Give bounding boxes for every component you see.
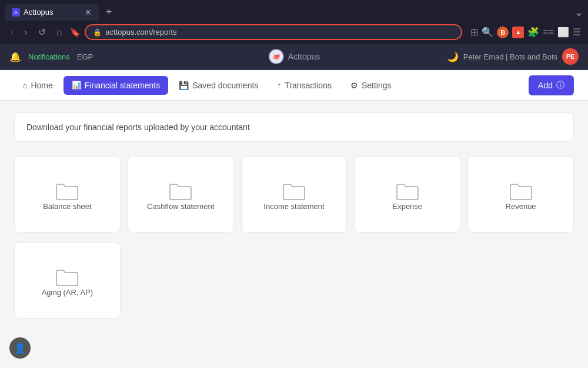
- folder-icon-expense: [396, 181, 419, 202]
- saved-nav-icon: 💾: [179, 81, 189, 90]
- notification-bell-icon[interactable]: 🔔: [9, 51, 21, 62]
- page-content: Download your financial reports uploaded…: [0, 101, 588, 330]
- card-label-revenue: Revenue: [506, 202, 536, 211]
- add-button[interactable]: Add ⓘ: [529, 75, 574, 95]
- transactions-nav-icon: ↑: [277, 81, 281, 90]
- grid-icon[interactable]: ⊞: [470, 26, 478, 38]
- card-income-statement[interactable]: Income statement: [241, 156, 348, 233]
- tab-close-button[interactable]: ✕: [85, 8, 92, 17]
- address-bar[interactable]: 🔒 acttopus.com/reports: [85, 24, 462, 40]
- download-banner-text: Download your financial reports uploaded…: [26, 122, 250, 132]
- brand-name: Acttopus: [288, 52, 320, 61]
- nav-item-saved-documents[interactable]: 💾 Saved documents: [171, 76, 266, 95]
- new-tab-button[interactable]: +: [101, 4, 117, 21]
- brave-icon[interactable]: B: [497, 26, 509, 38]
- tab-favicon: A: [12, 8, 20, 16]
- nav-settings-label: Settings: [362, 81, 392, 90]
- financial-nav-icon: 📊: [72, 81, 81, 89]
- add-button-icon: ⓘ: [556, 80, 564, 91]
- folder-icon-aging: [55, 267, 79, 288]
- dark-mode-icon[interactable]: 🌙: [447, 51, 459, 62]
- tab-bar: A Acttopus ✕ + ⌄: [0, 0, 588, 21]
- puzzle-icon[interactable]: 🧩: [527, 26, 539, 38]
- folder-icon-balance: [55, 181, 79, 202]
- nav-bar: ‹ › ↺ ⌂ 🔖 🔒 acttopus.com/reports ⊞ 🔍 B ▲…: [0, 21, 588, 44]
- user-avatar[interactable]: PE: [562, 48, 579, 65]
- tab-list-button[interactable]: ⌄: [574, 6, 583, 19]
- nav-financial-label: Financial statements: [85, 81, 160, 90]
- lock-icon: 🔒: [93, 28, 102, 37]
- vpn-icon[interactable]: ▲: [512, 26, 524, 38]
- card-expense[interactable]: Expense: [354, 156, 460, 233]
- bookmark-icon[interactable]: 🔖: [70, 28, 80, 37]
- address-text: acttopus.com/reports: [105, 28, 454, 37]
- card-revenue[interactable]: Revenue: [467, 156, 574, 233]
- windows-icon[interactable]: ⬜: [557, 26, 569, 38]
- profile-button[interactable]: 👤: [9, 337, 31, 359]
- app-container: ⌂ Home 📊 Financial statements 💾 Saved do…: [0, 70, 588, 368]
- card-label-aging: Aging (AR, AP): [42, 288, 93, 297]
- cards-grid-row1: Balance sheet Cashflow statement Income …: [14, 156, 574, 233]
- extension-icons: ⊞ 🔍 B ▲ 🧩 ≡≡ ⬜ ☰: [470, 26, 581, 38]
- nav-saved-label: Saved documents: [192, 81, 258, 90]
- card-label-balance-sheet: Balance sheet: [43, 202, 91, 211]
- svg-text:🐙: 🐙: [272, 52, 280, 61]
- settings-nav-icon: ⚙: [350, 81, 358, 90]
- browser-chrome: A Acttopus ✕ + ⌄ ‹ › ↺ ⌂ 🔖 🔒 acttopus.co…: [0, 0, 588, 44]
- nav-item-financial-statements[interactable]: 📊 Financial statements: [64, 76, 168, 95]
- nav-item-home[interactable]: ⌂ Home: [14, 76, 61, 95]
- notifications-label[interactable]: Notifications: [28, 52, 70, 61]
- folder-icon-income: [282, 181, 306, 202]
- nav-transactions-label: Transactions: [285, 81, 332, 90]
- brand-logo-icon: 🐙: [268, 48, 285, 65]
- menu-icon[interactable]: ☰: [573, 26, 581, 38]
- search-icon[interactable]: 🔍: [482, 26, 493, 38]
- app-nav: ⌂ Home 📊 Financial statements 💾 Saved do…: [0, 70, 588, 101]
- folder-icon-revenue: [509, 181, 533, 202]
- nav-item-transactions[interactable]: ↑ Transactions: [269, 76, 340, 95]
- add-button-label: Add: [538, 81, 553, 90]
- cards-grid-row2: Aging (AR, AP): [14, 242, 574, 319]
- forward-button[interactable]: ›: [21, 25, 31, 40]
- home-button[interactable]: ⌂: [53, 25, 66, 40]
- card-label-cashflow: Cashflow statement: [147, 202, 214, 211]
- reload-button[interactable]: ↺: [35, 24, 49, 40]
- brand-center: 🐙 Acttopus: [268, 48, 320, 65]
- card-label-income: Income statement: [263, 202, 324, 211]
- tab-title: Acttopus: [24, 8, 54, 16]
- currency-label: EGP: [77, 52, 93, 61]
- card-balance-sheet[interactable]: Balance sheet: [14, 156, 121, 233]
- download-banner: Download your financial reports uploaded…: [14, 112, 574, 142]
- back-button[interactable]: ‹: [7, 25, 17, 40]
- user-area: 🌙 Peter Emad | Bots and Bots PE: [447, 48, 579, 65]
- folder-icon-cashflow: [169, 181, 192, 202]
- active-tab[interactable]: A Acttopus ✕: [5, 4, 99, 21]
- media-icon[interactable]: ≡≡: [543, 27, 554, 38]
- card-cashflow-statement[interactable]: Cashflow statement: [128, 156, 234, 233]
- profile-icon: 👤: [14, 343, 26, 354]
- card-label-expense: Expense: [392, 202, 422, 211]
- notification-bar: 🔔 Notifications EGP 🐙 Acttopus 🌙 Peter E…: [0, 44, 588, 70]
- home-nav-icon: ⌂: [22, 81, 27, 90]
- nav-home-label: Home: [31, 81, 52, 90]
- nav-item-settings[interactable]: ⚙ Settings: [342, 76, 400, 95]
- user-name-label: Peter Emad | Bots and Bots: [463, 52, 557, 61]
- card-aging-ar-ap[interactable]: Aging (AR, AP): [14, 242, 121, 319]
